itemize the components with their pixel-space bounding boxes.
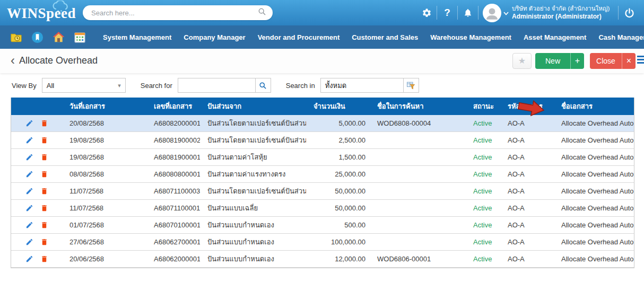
cell-doc-no: A68081900001 — [146, 149, 200, 165]
search-in-input[interactable] — [320, 78, 403, 93]
cell-search-name: WOD6808-00004 — [370, 115, 466, 131]
delete-trash-icon[interactable] — [40, 170, 48, 178]
header-doc-name[interactable]: ชื่อเอกสาร — [554, 98, 634, 115]
navbar: System ManagementCompany ManagerVendor a… — [0, 25, 644, 49]
cell-date: 20/06/2568 — [62, 251, 146, 267]
close-x-icon[interactable]: × — [622, 53, 636, 69]
table-row[interactable]: 01/07/2568A68070100001ปันส่วนแบบกำหนดเอง… — [11, 217, 634, 234]
header-actions — [11, 98, 62, 115]
cell-doc-name: Allocate Overhead Auto — [554, 115, 634, 131]
delete-trash-icon[interactable] — [40, 136, 48, 144]
edit-pencil-icon[interactable] — [25, 255, 33, 263]
view-by-value: All — [47, 82, 118, 90]
back-chevron-icon[interactable]: ‹ — [11, 55, 15, 66]
cell-doc-code: AO-A — [500, 132, 554, 148]
calendar-icon[interactable] — [73, 31, 86, 43]
header-status[interactable]: สถานะ — [466, 98, 500, 115]
edit-pencil-icon[interactable] — [25, 170, 33, 178]
header-doc-no[interactable]: เลขที่เอกสาร — [146, 98, 200, 115]
cell-doc-name: Allocate Overhead Auto — [554, 166, 634, 182]
edit-pencil-icon[interactable] — [25, 221, 33, 229]
user-info[interactable]: บริษัท ตัวอย่าง จำกัด (สำนักงานใหญ่) Adm… — [512, 5, 614, 21]
search-icon[interactable] — [258, 7, 266, 18]
delete-trash-icon[interactable] — [40, 187, 48, 195]
edit-pencil-icon[interactable] — [25, 136, 33, 144]
settings-gear-icon[interactable] — [416, 8, 437, 18]
search-for-input[interactable] — [178, 78, 255, 93]
nav-item[interactable]: Asset Management — [524, 33, 586, 41]
cell-date: 11/07/2568 — [62, 200, 146, 216]
nav-item[interactable]: Cash Management — [598, 33, 644, 41]
delete-trash-icon[interactable] — [40, 119, 48, 127]
header-allocate-from[interactable]: ปันส่วนจาก — [200, 98, 306, 115]
row-actions — [11, 115, 62, 131]
user-menu-chevron-icon[interactable] — [503, 8, 509, 17]
topbar-actions: ? บริษัท ตัวอย่าง จำกัด (สำนักงานใหญ่) A… — [416, 0, 640, 25]
close-button[interactable]: Close × — [590, 53, 636, 69]
nav-item[interactable]: Company Manager — [184, 33, 245, 41]
row-actions — [11, 251, 62, 267]
edit-pencil-icon[interactable] — [25, 187, 33, 195]
cell-allocate-from: ปันส่วนโดยตามเปอร์เซนต์ปันส่วน — [200, 132, 306, 148]
favorite-star-button[interactable]: ★ — [512, 53, 532, 69]
cell-search-name — [370, 166, 466, 182]
app-logo[interactable]: WINSpeed — [0, 0, 80, 25]
documents-table: วันที่เอกสาร เลขที่เอกสาร ปันส่วนจาก จำน… — [11, 98, 634, 268]
view-by-label: View By — [12, 82, 37, 90]
nav-item[interactable]: Warehouse Management — [430, 33, 511, 41]
cell-search-name — [370, 132, 466, 148]
edit-pencil-icon[interactable] — [25, 204, 33, 212]
view-by-select[interactable]: All ▾ — [42, 78, 126, 93]
notifications-bell-icon[interactable] — [458, 8, 478, 17]
cell-date: 27/06/2568 — [62, 234, 146, 250]
header-date[interactable]: วันที่เอกสาร — [62, 98, 146, 115]
company-name: บริษัท ตัวอย่าง จำกัด (สำนักงานใหญ่) — [512, 5, 614, 13]
new-button[interactable]: New + — [535, 53, 584, 69]
table-row[interactable]: 20/06/2568A68062000001ปันส่วนแบบกำหนดเอง… — [11, 251, 634, 268]
edit-pencil-icon[interactable] — [25, 238, 33, 246]
page-title: Allocate Overhead — [19, 55, 98, 66]
table-row[interactable]: 27/06/2568A68062700001ปันส่วนแบบกำหนดเอง… — [11, 234, 634, 251]
nav-item[interactable]: Customer and Sales — [352, 33, 418, 41]
logout-power-icon[interactable] — [619, 7, 640, 19]
new-plus-icon[interactable]: + — [570, 53, 584, 69]
row-actions — [11, 183, 62, 199]
table-row[interactable]: 19/08/2568A68081900001ปันส่วนตามค่าโสหุ้… — [11, 149, 634, 166]
help-icon[interactable]: ? — [437, 7, 457, 19]
nav-menu: System ManagementCompany ManagerVendor a… — [103, 33, 644, 41]
bookmark-icon[interactable] — [31, 31, 43, 43]
cell-search-name — [370, 200, 466, 216]
hamburger-menu-icon[interactable] — [637, 56, 644, 65]
header-amount[interactable]: จำนวนเงิน — [306, 98, 370, 115]
user-avatar[interactable] — [483, 4, 501, 22]
delete-trash-icon[interactable] — [40, 255, 48, 263]
nav-item[interactable]: System Management — [103, 33, 171, 41]
delete-trash-icon[interactable] — [40, 153, 48, 161]
table-row[interactable]: 08/08/2568A68080800001ปันส่วนตามค่าแรงทา… — [11, 166, 634, 183]
home-icon[interactable] — [52, 31, 65, 43]
search-for-button[interactable] — [255, 78, 271, 93]
edit-pencil-icon[interactable] — [25, 119, 33, 127]
table-row[interactable]: 11/07/2568A68071100003ปันส่วนโดยตามเปอร์… — [11, 183, 634, 200]
table-row[interactable]: 19/08/2568A68081900002ปันส่วนโดยตามเปอร์… — [11, 132, 634, 149]
delete-trash-icon[interactable] — [40, 204, 48, 212]
table-row[interactable]: 11/07/2568A68071100001ปันส่วนแบบเฉลี่ย50… — [11, 200, 634, 217]
search-in-label: Search in — [286, 82, 315, 90]
cell-allocate-from: ปันส่วนตามค่าโสหุ้ย — [200, 149, 306, 165]
logo-text: WINSpeed — [7, 5, 76, 22]
quick-icons — [10, 31, 86, 43]
cell-date: 01/07/2568 — [62, 217, 146, 233]
divider — [478, 6, 478, 20]
cell-doc-code: AO-A — [500, 234, 554, 250]
filter-funnel-button[interactable] — [403, 78, 419, 93]
delete-trash-icon[interactable] — [40, 221, 48, 229]
edit-pencil-icon[interactable] — [25, 153, 33, 161]
global-search-input[interactable] — [91, 9, 258, 17]
delete-trash-icon[interactable] — [40, 238, 48, 246]
cell-doc-no: A68071100003 — [146, 183, 200, 199]
header-search-name[interactable]: ชื่อในการค้นหา — [370, 98, 466, 115]
recent-history-icon[interactable] — [10, 31, 22, 43]
cell-doc-no: A68062000001 — [146, 251, 200, 267]
nav-item[interactable]: Vendor and Procurement — [258, 33, 340, 41]
cell-search-name — [370, 183, 466, 199]
